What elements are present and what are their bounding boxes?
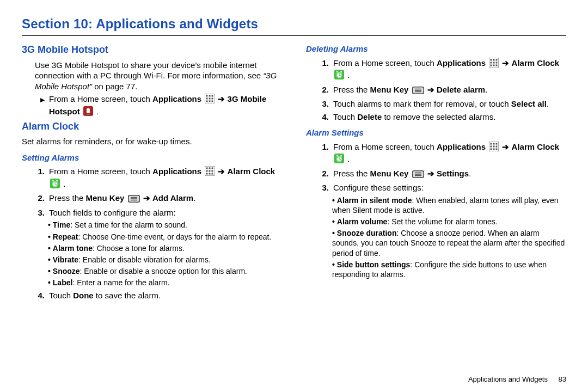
b: Snooze duration <box>337 229 397 237</box>
label-alarm-clock: Alarm Clock <box>512 58 560 68</box>
label-menu-key: Menu Key <box>86 193 125 203</box>
step-body: Press the Menu Key ➔ Add Alarm. <box>49 193 282 205</box>
p-3g-desc: Use 3G Mobile Hotspot to share your devi… <box>22 60 282 92</box>
label-settings: Settings <box>437 169 469 178</box>
text: Press the <box>49 193 86 203</box>
t: Touch alarms to mark them for removal, o… <box>333 99 511 108</box>
label-applications: Applications <box>437 142 486 151</box>
step-num: 2. <box>319 168 329 179</box>
step-num: 2. <box>319 84 329 95</box>
bullet-time: Time: Set a time for the alarm to sound. <box>48 220 282 230</box>
label-alarm-clock: Alarm Clock <box>512 142 560 151</box>
t: From a Home screen, touch <box>333 58 437 68</box>
step-3g-nav: From a Home screen, touch Applications ➔… <box>22 94 282 118</box>
label-applications: Applications <box>152 167 201 176</box>
step-num: 1. <box>35 166 45 177</box>
alarm-settings-list: Alarm in silent mode: When enabled, alar… <box>306 195 566 280</box>
apps-grid-icon <box>205 166 215 179</box>
rule <box>22 35 566 36</box>
alarm-clock-icon <box>334 154 344 166</box>
t: Press the <box>333 85 370 94</box>
arrow-icon: ➔ <box>502 142 509 151</box>
columns: 3G Mobile Hotspot Use 3G Mobile Hotspot … <box>22 41 566 303</box>
bullet-alarm-volume: Alarm volume: Set the volume for alarm t… <box>332 217 566 226</box>
label-done: Done <box>73 291 94 300</box>
apps-grid-icon <box>205 94 215 106</box>
t: : Enable or disable a snooze option for … <box>80 267 247 275</box>
label-menu-key: Menu Key <box>370 85 409 94</box>
left-column: 3G Mobile Hotspot Use 3G Mobile Hotspot … <box>22 41 282 303</box>
heading-alarm-clock: Alarm Clock <box>22 120 282 133</box>
right-column: Deleting Alarms 1. From a Home screen, t… <box>306 41 566 303</box>
bullet-label: Label: Enter a name for the alarm. <box>48 278 282 287</box>
bullet-silent-mode: Alarm in silent mode: When enabled, alar… <box>332 195 566 215</box>
step-2: 2. Press the Menu Key ➔ Add Alarm. <box>22 193 282 205</box>
t: : Set a time for the alarm to sound. <box>70 220 187 229</box>
section-title: Section 10: Applications and Widgets <box>22 15 566 32</box>
step-body: Configure these settings: <box>333 182 566 193</box>
t: : Set the volume for alarm tones. <box>387 217 497 226</box>
step-body: Press the Menu Key ➔ Settings. <box>333 168 566 181</box>
step-num: 2. <box>35 193 45 204</box>
bullet-snooze-duration: Snooze duration: Choose a snooze period.… <box>332 228 566 258</box>
p-alarm-desc: Set alarms for reminders, or for wake-up… <box>22 136 282 147</box>
label-delete: Delete <box>357 112 382 121</box>
text: Use 3G Mobile Hotspot to share your devi… <box>35 60 263 81</box>
apps-grid-icon <box>489 142 499 154</box>
arrow-icon: ➔ <box>218 167 225 176</box>
del-step-3: 3. Touch alarms to mark them for removal… <box>306 99 566 109</box>
t: to save the alarm. <box>94 291 161 300</box>
step-num: 3. <box>35 207 45 218</box>
manual-page: Section 10: Applications and Widgets 3G … <box>0 0 588 392</box>
bullet-repeat: Repeat: Choose One-time event, or days f… <box>48 232 282 242</box>
heading-3g-hotspot: 3G Mobile Hotspot <box>22 44 282 56</box>
del-step-1: 1. From a Home screen, touch Application… <box>306 58 566 82</box>
step-num: 4. <box>319 112 329 122</box>
menu-key-icon <box>412 86 424 97</box>
b: Snooze <box>53 267 80 275</box>
t: : Choose a tone for alarms. <box>93 244 185 253</box>
step-num: 1. <box>319 58 329 69</box>
footer-label: Applications and Widgets <box>468 375 548 383</box>
label-select-all: Select all <box>511 99 547 108</box>
play-icon <box>35 94 45 105</box>
alarm-field-list: Time: Set a time for the alarm to sound.… <box>22 220 282 287</box>
step-4: 4. Touch Done to save the alarm. <box>22 290 282 301</box>
heading-deleting-alarms: Deleting Alarms <box>306 44 566 54</box>
step-num: 3. <box>319 99 329 109</box>
t: Touch <box>49 291 73 300</box>
bullet-snooze: Snooze: Enable or disable a snooze optio… <box>48 266 282 276</box>
b: Time <box>53 220 70 229</box>
step-num: 3. <box>319 182 329 193</box>
set-step-1: 1. From a Home screen, touch Application… <box>306 142 566 166</box>
arrow-icon: ➔ <box>143 193 150 203</box>
t: : Enter a name for the alarm. <box>72 278 169 287</box>
step-body: From a Home screen, touch Applications ➔… <box>49 166 282 191</box>
t: Press the <box>333 169 370 178</box>
step-body: From a Home screen, touch Applications ➔… <box>333 142 566 166</box>
step-body: Touch fields to configure the alarm: <box>49 207 282 218</box>
arrow-icon: ➔ <box>427 169 434 178</box>
t: : Choose One-time event, or days for the… <box>78 232 271 241</box>
text: From a Home screen, touch <box>49 167 152 176</box>
bullet-alarm-tone: Alarm tone: Choose a tone for alarms. <box>48 243 282 253</box>
alarm-clock-icon <box>50 179 60 191</box>
menu-key-icon <box>128 194 140 205</box>
step-num: 1. <box>319 142 329 152</box>
step-body: Touch Done to save the alarm. <box>49 290 282 301</box>
step-body: Touch Delete to remove the selected alar… <box>333 112 566 122</box>
apps-grid-icon <box>489 58 499 70</box>
label-add-alarm: Add Alarm <box>152 193 193 203</box>
heading-alarm-settings: Alarm Settings <box>306 127 566 138</box>
del-step-4: 4. Touch Delete to remove the selected a… <box>306 112 566 122</box>
heading-setting-alarms: Setting Alarms <box>22 152 282 163</box>
b: Label <box>53 278 73 287</box>
set-step-3: 3. Configure these settings: <box>306 182 566 193</box>
menu-key-icon <box>412 170 424 181</box>
bullet-vibrate: Vibrate: Enable or disable vibration for… <box>48 255 282 265</box>
label-menu-key: Menu Key <box>370 169 409 178</box>
step-3: 3. Touch fields to configure the alarm: <box>22 207 282 218</box>
set-step-2: 2. Press the Menu Key ➔ Settings. <box>306 168 566 181</box>
step-body: From a Home screen, touch Applications ➔… <box>333 58 566 82</box>
step-body: From a Home screen, touch Applications ➔… <box>49 94 282 118</box>
